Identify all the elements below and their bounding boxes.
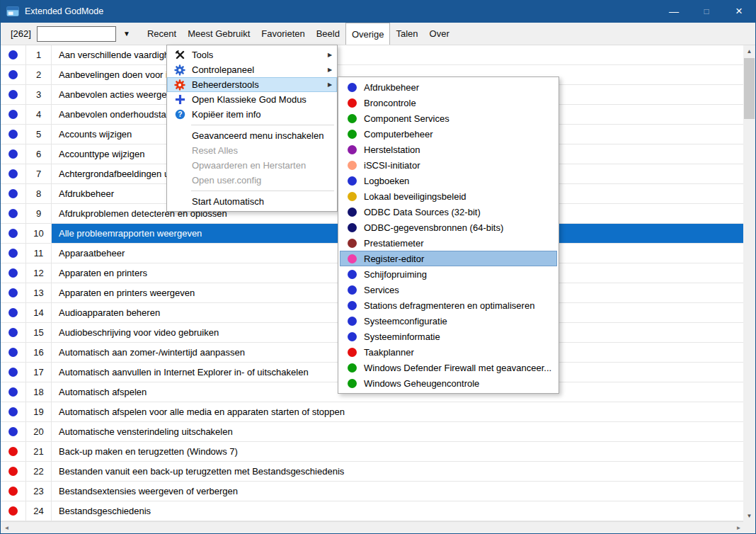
menu-item-start-automatisch[interactable]: Start Automatisch xyxy=(167,194,337,209)
menu-over[interactable]: Over xyxy=(424,23,455,45)
row-bullet-cell xyxy=(1,263,26,283)
menu-item-label: Reset Alles xyxy=(188,145,324,156)
row-number: 7 xyxy=(26,164,52,183)
menu-item-open-user-config[interactable]: Open user.config xyxy=(167,173,337,188)
titlebar: Extended GodMode — □ × xyxy=(1,0,755,23)
menu-item-beheerderstools[interactable]: Beheerderstools▶ xyxy=(167,77,337,92)
submenu-item-label: Logboeken xyxy=(364,176,409,186)
submenu-item-component-services[interactable]: Component Services xyxy=(340,110,557,126)
vertical-scrollbar-thumb[interactable] xyxy=(744,58,755,119)
list-row-19[interactable]: 19Automatisch afspelen voor alle media e… xyxy=(1,402,744,422)
row-number: 1 xyxy=(26,45,52,64)
menu-item-icon-cell xyxy=(171,94,188,105)
menu-meest-gebruikt[interactable]: Meest Gebruikt xyxy=(182,23,256,45)
submenu-item-label: iSCSI-initiator xyxy=(364,160,420,171)
submenu-item-iscsi-initiator[interactable]: iSCSI-initiator xyxy=(340,157,557,173)
bullet-icon xyxy=(8,407,18,416)
bullet-icon xyxy=(8,427,18,436)
menu-separator xyxy=(191,125,334,125)
submenu-item-odbc-data-sources-32-bit[interactable]: ODBC Data Sources (32-bit) xyxy=(340,204,557,220)
bullet-icon xyxy=(8,348,18,357)
menu-item-controlepaneel[interactable]: Controlepaneel▶ xyxy=(167,62,337,77)
row-bullet-cell xyxy=(1,323,26,342)
scroll-left-icon[interactable]: ◄ xyxy=(1,522,13,533)
bullet-icon xyxy=(348,301,357,310)
list-row-24[interactable]: 24Bestandsgeschiedenis xyxy=(1,501,744,521)
submenu-item-label: Stations defragmenteren en optimaliseren xyxy=(364,300,534,311)
row-bullet-cell xyxy=(1,244,26,263)
menu-overige[interactable]: Overige xyxy=(345,23,391,45)
row-number: 3 xyxy=(26,85,52,104)
search-input[interactable] xyxy=(37,26,116,42)
row-number: 15 xyxy=(26,323,52,342)
row-bullet-cell xyxy=(1,343,26,362)
menu-item-reset-alles[interactable]: Reset Alles xyxy=(167,143,337,158)
submenu-item-taakplanner[interactable]: Taakplanner xyxy=(340,344,557,360)
bullet-icon xyxy=(8,328,18,337)
row-bullet-cell xyxy=(1,442,26,461)
search-dropdown-button[interactable]: ▼ xyxy=(116,26,137,42)
bullet-icon xyxy=(8,169,18,178)
submenu-item-windows-geheugencontrole[interactable]: Windows Geheugencontrole xyxy=(340,375,557,391)
submenu-item-systeeminformatie[interactable]: Systeeminformatie xyxy=(340,329,557,344)
row-number: 12 xyxy=(26,263,52,283)
maximize-button[interactable]: □ xyxy=(690,0,723,23)
submenu-item-computerbeheer[interactable]: Computerbeheer xyxy=(340,126,557,142)
submenu-item-services[interactable]: Services xyxy=(340,282,557,297)
row-label: Automatische vensterindeling uitschakele… xyxy=(52,422,744,441)
menu-beeld[interactable]: Beeld xyxy=(311,23,345,45)
row-bullet-cell xyxy=(1,462,26,481)
submenu-item-schijfopruiming[interactable]: Schijfopruiming xyxy=(340,266,557,282)
submenu-item-label: Systeemconfiguratie xyxy=(364,316,447,326)
submenu-item-windows-defender-firewall-met-geavanceer[interactable]: Windows Defender Firewall met geavanceer… xyxy=(340,360,557,375)
menu-item-open-klassieke-god-modus[interactable]: Open Klassieke God Modus xyxy=(167,92,337,107)
row-number: 19 xyxy=(26,402,52,421)
menu-item-label: Kopiëer item info xyxy=(188,109,324,120)
menu-item-label: Start Automatisch xyxy=(188,196,324,207)
row-bullet-cell xyxy=(1,45,26,64)
bullet-icon xyxy=(8,447,18,456)
submenu-item-register-editor[interactable]: Register-editor xyxy=(340,251,557,266)
row-bullet-cell xyxy=(1,422,26,441)
menu-item-kopi-er-item-info[interactable]: ?Kopiëer item info xyxy=(167,107,337,122)
bullet-icon xyxy=(348,379,357,388)
menu-item-geavanceerd-menu-inschakelen[interactable]: Geavanceerd menu inschakelen xyxy=(167,128,337,143)
list-row-21[interactable]: 21Back-up maken en terugzetten (Windows … xyxy=(1,442,744,462)
row-number: 21 xyxy=(26,442,52,461)
list-row-23[interactable]: 23Bestandsextensies weergeven of verberg… xyxy=(1,482,744,501)
row-bullet-cell xyxy=(1,105,26,124)
list-row-20[interactable]: 20Automatische vensterindeling uitschake… xyxy=(1,422,744,442)
submenu-item-lokaal-beveiligingsbeleid[interactable]: Lokaal beveiligingsbeleid xyxy=(340,188,557,204)
list-row-22[interactable]: 22Bestanden vanuit een back-up terugzett… xyxy=(1,462,744,482)
menu-talen[interactable]: Talen xyxy=(390,23,423,45)
menu-item-tools[interactable]: Tools▶ xyxy=(167,47,337,62)
submenu-item-herstelstation[interactable]: Herstelstation xyxy=(340,142,557,157)
bullet-icon xyxy=(8,368,18,377)
menu-favorieten[interactable]: Favorieten xyxy=(256,23,310,45)
bullet-icon xyxy=(348,348,357,357)
row-label: Bestandsextensies weergeven of verbergen xyxy=(52,482,744,501)
menu-recent[interactable]: Recent xyxy=(142,23,182,45)
submenu-item-logboeken[interactable]: Logboeken xyxy=(340,173,557,188)
menu-item-opwaarderen-en-herstarten[interactable]: Opwaarderen en Herstarten xyxy=(167,158,337,173)
submenu-item-prestatiemeter[interactable]: Prestatiemeter xyxy=(340,235,557,251)
submenu-item-systeemconfiguratie[interactable]: Systeemconfiguratie xyxy=(340,313,557,329)
minimize-button[interactable]: — xyxy=(658,0,690,23)
submenu-item-odbc-gegevensbronnen-64-bits[interactable]: ODBC-gegevensbronnen (64-bits) xyxy=(340,220,557,235)
bullet-icon xyxy=(8,189,18,198)
submenu-item-label: Broncontrole xyxy=(364,98,416,108)
submenu-item-afdrukbeheer[interactable]: Afdrukbeheer xyxy=(340,79,557,95)
scroll-down-icon[interactable]: ▼ xyxy=(743,510,755,522)
list-row-1[interactable]: 1Aan verschillende vaardigheden aanpasse… xyxy=(1,45,744,65)
horizontal-scrollbar[interactable]: ◄ ► xyxy=(1,521,745,533)
row-number: 16 xyxy=(26,343,52,362)
bullet-icon xyxy=(8,387,18,397)
submenu-item-stations-defragmenteren-en-optimaliseren[interactable]: Stations defragmenteren en optimaliseren xyxy=(340,297,557,313)
scroll-up-icon[interactable]: ▲ xyxy=(743,45,755,57)
row-bullet-cell xyxy=(1,85,26,104)
close-button[interactable]: × xyxy=(723,0,755,23)
menu-item-label: Geavanceerd menu inschakelen xyxy=(188,130,324,141)
vertical-scrollbar[interactable]: ▲ ▼ xyxy=(743,45,755,522)
submenu-item-broncontrole[interactable]: Broncontrole xyxy=(340,95,557,110)
row-bullet-cell xyxy=(1,482,26,501)
